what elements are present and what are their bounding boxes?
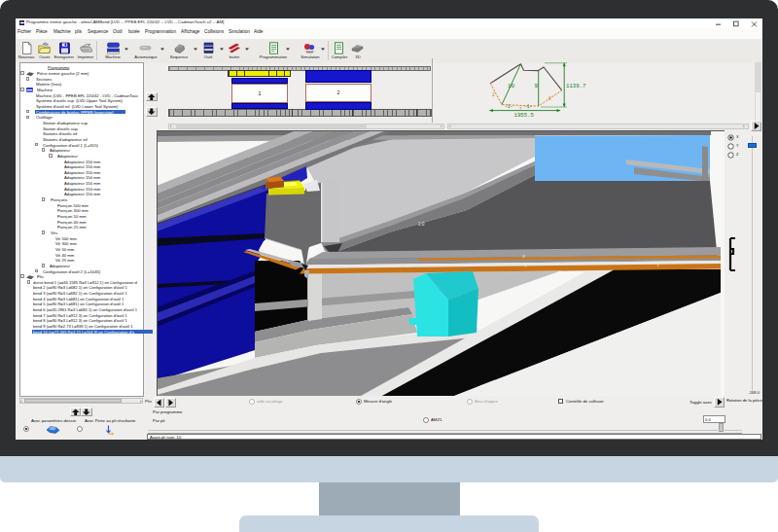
svg-text:6: 6 — [548, 96, 551, 101]
svg-text:2: 2 — [492, 92, 495, 97]
svg-text:–1–: –1– — [505, 104, 513, 109]
svg-text:1: 1 — [407, 265, 408, 268]
svg-text:1955.5: 1955.5 — [514, 112, 535, 119]
svg-text:1 0: 1 0 — [418, 222, 425, 227]
svg-text:–1–: –1– — [524, 104, 533, 109]
svg-text:1: 1 — [657, 264, 659, 267]
svg-text:7: 7 — [525, 265, 527, 268]
svg-text:1139.7: 1139.7 — [566, 83, 585, 89]
svg-text:10: 10 — [508, 83, 515, 89]
svg-text:7: 7 — [519, 107, 522, 112]
svg-text:8: 8 — [523, 255, 525, 259]
svg-text:9: 9 — [535, 83, 539, 89]
